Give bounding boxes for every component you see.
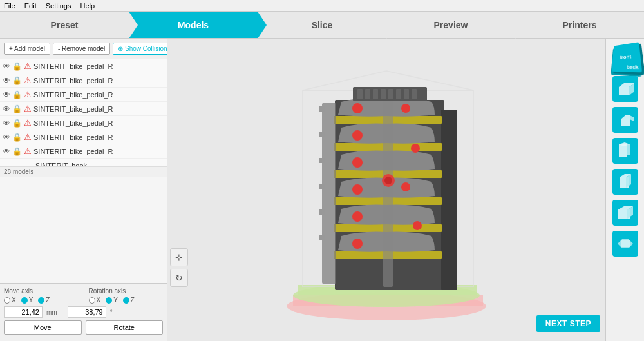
rot-z-label: Z: [131, 297, 135, 304]
svg-rect-40: [319, 132, 325, 137]
tab-slice[interactable]: Slice: [258, 12, 386, 38]
svg-marker-50: [630, 115, 634, 121]
scene-container: [167, 39, 605, 341]
model-list-item[interactable]: 👁🔒⚠SINTERIT_bike_pedal_R: [0, 144, 167, 159]
move-y-label: Y: [29, 297, 33, 304]
move-x-radio[interactable]: [4, 297, 10, 304]
svg-point-17: [352, 130, 363, 141]
rotate-button[interactable]: Rotate: [86, 320, 164, 335]
move-y-radio[interactable]: [21, 297, 28, 304]
model-list-item[interactable]: SINTERIT_book: [0, 159, 167, 166]
model-name-label: SINTERIT_book: [35, 162, 164, 166]
lock-icon: 🔒: [12, 90, 22, 99]
svg-rect-28: [357, 89, 363, 99]
lock-icon: 🔒: [12, 147, 22, 156]
eye-icon: 👁: [3, 62, 10, 71]
svg-marker-53: [627, 144, 630, 155]
warn-icon: ⚠: [24, 90, 32, 99]
model-preview-area: [0, 177, 167, 284]
view-cube[interactable]: front back: [611, 43, 639, 71]
menu-help[interactable]: Help: [80, 2, 95, 10]
svg-point-16: [352, 103, 363, 113]
center-viewport[interactable]: ⊹ ↻ NEXT STEP: [167, 39, 605, 341]
warn-icon: ⚠: [24, 61, 32, 71]
left-panel: + Add model - Remove model ⊕ Show Collis…: [0, 39, 167, 341]
move-button[interactable]: Move: [4, 320, 82, 335]
transform-panel: Move axis X Y Z: [0, 283, 167, 341]
tab-models[interactable]: Models: [129, 12, 258, 38]
menu-bar: File Edit Settings Help: [0, 0, 644, 12]
view-btn-3[interactable]: [612, 138, 638, 164]
svg-rect-41: [319, 158, 325, 163]
rot-x-label: X: [97, 297, 101, 304]
view-btn-5[interactable]: [612, 200, 638, 226]
view-btn-4[interactable]: [612, 169, 638, 195]
rotation-axis-group: X Y Z: [89, 297, 164, 304]
move-unit: mm: [46, 309, 57, 316]
svg-rect-35: [412, 89, 417, 99]
nav-tabs: Preset Models Slice Preview Printers: [0, 12, 644, 39]
view-btn-6[interactable]: [612, 231, 638, 257]
move-tool-button[interactable]: ⊹: [170, 248, 188, 266]
eye-icon: 👁: [3, 76, 10, 85]
model-list[interactable]: 👁🔒⚠SINTERIT_bike_pedal_R👁🔒⚠SINTERIT_bike…: [0, 59, 167, 166]
svg-rect-26: [383, 100, 393, 287]
move-value-input[interactable]: [4, 306, 43, 318]
eye-icon: 👁: [3, 133, 10, 142]
add-model-button[interactable]: + Add model: [4, 43, 50, 55]
lock-icon: 🔒: [12, 104, 22, 113]
model-list-item[interactable]: 👁🔒⚠SINTERIT_bike_pedal_R: [0, 102, 167, 116]
lock-icon: 🔒: [12, 76, 22, 85]
move-z-label: Z: [46, 297, 50, 304]
warn-icon: ⚠: [24, 104, 32, 113]
view-btn-2[interactable]: [612, 107, 638, 133]
svg-rect-43: [319, 209, 325, 215]
move-x-label: X: [12, 297, 16, 304]
show-collisions-button[interactable]: ⊕ Show Collisions: [113, 43, 175, 55]
view-btn-1[interactable]: [612, 76, 638, 102]
svg-rect-31: [381, 89, 386, 99]
remove-model-button[interactable]: - Remove model: [53, 43, 110, 55]
warn-icon: ⚠: [24, 75, 32, 85]
rot-x-radio[interactable]: [89, 297, 95, 304]
menu-edit[interactable]: Edit: [24, 2, 37, 10]
lock-icon: 🔒: [12, 62, 22, 71]
svg-rect-51: [619, 144, 627, 157]
model-list-item[interactable]: 👁🔒⚠SINTERIT_bike_pedal_R: [0, 73, 167, 88]
model-name-label: SINTERIT_bike_pedal_R: [33, 148, 164, 155]
tab-preset[interactable]: Preset: [0, 12, 129, 38]
model-name-label: SINTERIT_bike_pedal_R: [33, 105, 164, 113]
svg-point-18: [352, 157, 363, 168]
model-list-item[interactable]: 👁🔒⚠SINTERIT_bike_pedal_R: [0, 116, 167, 130]
main-layout: + Add model - Remove model ⊕ Show Collis…: [0, 39, 644, 341]
move-z-radio[interactable]: [38, 297, 44, 304]
svg-rect-33: [396, 89, 401, 99]
model-list-item[interactable]: 👁🔒⚠SINTERIT_bike_pedal_R: [0, 59, 167, 73]
rotation-axis-label: Rotation axis: [89, 287, 164, 295]
svg-point-20: [352, 211, 363, 222]
svg-marker-49: [621, 115, 630, 119]
view-cube-face[interactable]: front back: [611, 42, 641, 72]
model-name-label: SINTERIT_bike_pedal_R: [33, 91, 164, 99]
model-name-label: SINTERIT_bike_pedal_R: [33, 133, 164, 141]
model-name-label: SINTERIT_bike_pedal_R: [33, 119, 164, 127]
svg-rect-38: [322, 103, 336, 284]
rot-y-label: Y: [113, 297, 118, 304]
eye-icon: 👁: [3, 147, 10, 156]
eye-icon: 👁: [3, 90, 10, 99]
next-step-button[interactable]: NEXT STEP: [536, 315, 600, 332]
svg-rect-34: [404, 89, 409, 99]
menu-file[interactable]: File: [4, 2, 15, 10]
menu-settings[interactable]: Settings: [46, 2, 71, 10]
rotate-tool-button[interactable]: ↻: [170, 269, 188, 287]
svg-rect-45: [619, 87, 629, 95]
tab-printers[interactable]: Printers: [515, 12, 644, 38]
rot-z-radio[interactable]: [123, 297, 129, 304]
rot-y-radio[interactable]: [106, 297, 112, 304]
model-list-item[interactable]: 👁🔒⚠SINTERIT_bike_pedal_R: [0, 130, 167, 144]
move-axis-label: Move axis: [4, 287, 79, 295]
model-list-item[interactable]: 👁🔒⚠SINTERIT_bike_pedal_R: [0, 88, 167, 102]
tab-preview[interactable]: Preview: [386, 12, 515, 38]
rotate-value-input[interactable]: [68, 306, 106, 318]
warn-icon: ⚠: [24, 118, 32, 128]
